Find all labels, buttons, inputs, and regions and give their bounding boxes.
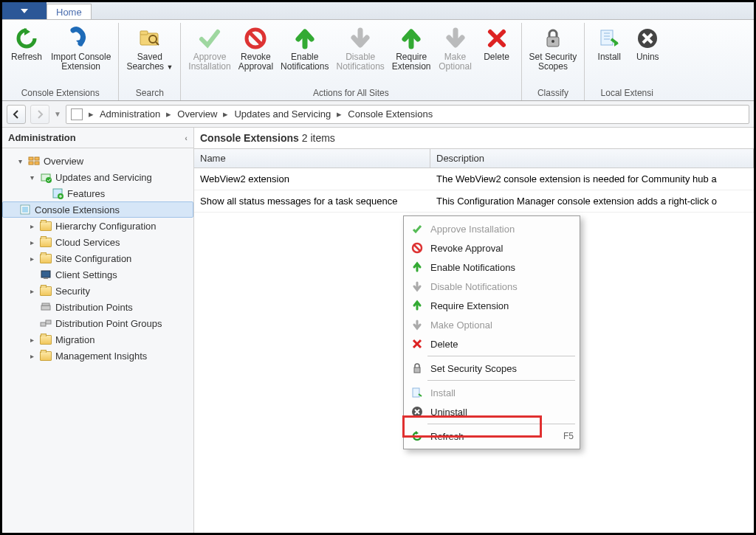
disable-notifications-button[interactable]: Disable Notifications (333, 23, 387, 73)
menu-item-label: Enable Notifications (430, 262, 574, 273)
expand-toggle[interactable]: ▾ (27, 173, 36, 182)
breadcrumb-updates[interactable]: Updates and Servicing (231, 108, 334, 120)
make-optional-button[interactable]: Make Optional (436, 23, 475, 73)
tree-node-label: Distribution Points (55, 302, 133, 313)
tree-node-label: Management Insights (55, 351, 147, 362)
sidebar-item-site-configuration[interactable]: ▸Site Configuration (2, 250, 193, 266)
expand-toggle[interactable]: ▸ (27, 352, 36, 360)
saved-searches-button[interactable]: Saved Searches ▼ (123, 23, 176, 74)
menu-item-label: Approve Installation (430, 224, 574, 235)
approve-installation-button[interactable]: Approve Installation (185, 23, 233, 73)
expand-toggle[interactable]: ▸ (27, 287, 36, 295)
breadcrumb-root-icon (71, 108, 83, 120)
nav-history-dropdown[interactable]: ▼ (54, 110, 61, 118)
delete-label: Delete (484, 52, 509, 62)
menu-item-set-security-scopes[interactable]: Set Security Scopes (405, 359, 578, 378)
import-console-extension-button[interactable]: Import Console Extension (48, 23, 114, 73)
title-bar: Home (2, 2, 754, 20)
nav-forward-button[interactable] (30, 105, 49, 124)
sidebar-item-client-settings[interactable]: Client Settings (2, 266, 193, 283)
uninstall-button[interactable]: Unins (630, 23, 664, 63)
nav-back-button[interactable] (7, 105, 26, 124)
uninstall-label: Unins (636, 52, 659, 62)
menu-item-enable-notifications[interactable]: Enable Notifications (405, 258, 578, 277)
col-description[interactable]: Description (430, 149, 754, 168)
sidebar-item-distribution-point-groups[interactable]: Distribution Point Groups (2, 315, 193, 331)
breadcrumb-console-extensions[interactable]: Console Extensions (345, 108, 436, 120)
menu-separator (427, 356, 575, 356)
lock-icon (410, 362, 425, 375)
col-name[interactable]: Name (194, 149, 430, 168)
sidebar-item-migration[interactable]: ▸Migration (2, 331, 193, 348)
tree-node-label: Client Settings (55, 269, 117, 280)
collapse-sidebar-icon[interactable]: ‹ (185, 134, 188, 142)
sidebar-item-security[interactable]: ▸Security (2, 283, 193, 299)
menu-item-make-optional: Make Optional (405, 315, 578, 334)
delete-button[interactable]: Delete (477, 23, 517, 63)
sidebar-item-overview[interactable]: ▾Overview (2, 153, 193, 169)
list-row[interactable]: WebView2 extension The WebView2 console … (194, 168, 754, 190)
scopes-label: Set Security Scopes (529, 52, 577, 72)
menu-separator (427, 424, 575, 424)
require-extension-button[interactable]: Require Extension (389, 23, 434, 73)
group-local-label: Local Extensi (601, 86, 653, 100)
breadcrumb-administration[interactable]: Administration (97, 108, 163, 120)
refresh-button[interactable]: Refresh (7, 23, 47, 63)
menu-item-revoke-approval[interactable]: Revoke Approval (405, 238, 578, 258)
tree-node-label: Cloud Services (55, 237, 120, 248)
expand-toggle[interactable]: ▸ (27, 238, 36, 246)
sidebar-item-cloud-services[interactable]: ▸Cloud Services (2, 234, 193, 250)
quick-access-toolbar[interactable] (2, 2, 47, 19)
cell-name: Show all status messages for a task sequ… (194, 193, 430, 209)
sidebar-item-distribution-points[interactable]: Distribution Points (2, 299, 193, 315)
x-red-icon (410, 337, 425, 351)
chevron-right-icon: ▸ (223, 108, 228, 120)
menu-shortcut: F5 (563, 431, 574, 441)
menu-item-label: Install (430, 387, 574, 398)
arrow-up-green-icon (410, 299, 425, 312)
expand-toggle[interactable]: ▸ (27, 255, 36, 263)
optional-label: Make Optional (439, 52, 472, 72)
sidebar-item-hierarchy-configuration[interactable]: ▸Hierarchy Configuration (2, 218, 193, 234)
menu-item-label: Uninstall (430, 407, 574, 418)
tree-node-label: Console Extensions (35, 204, 120, 215)
svg-line-27 (414, 245, 420, 251)
expand-toggle[interactable]: ▾ (16, 157, 24, 165)
sidebar-item-console-extensions[interactable]: Console Extensions (2, 201, 193, 218)
svg-line-5 (250, 32, 261, 44)
svg-rect-24 (41, 322, 46, 326)
import-label: Import Console Extension (51, 52, 111, 72)
tree-node-icon (51, 187, 64, 199)
menu-item-refresh[interactable]: RefreshF5 (405, 427, 578, 446)
revoke-approval-button[interactable]: Revoke Approval (236, 23, 276, 73)
ribbon: Refresh Import Console Extension Console… (2, 20, 754, 101)
chevron-right-icon: ▸ (166, 108, 171, 120)
prohibit-icon (241, 24, 269, 52)
expand-toggle[interactable]: ▸ (27, 336, 36, 344)
menu-item-delete[interactable]: Delete (405, 334, 578, 353)
sidebar-item-updates-and-servicing[interactable]: ▾Updates and Servicing (2, 169, 193, 185)
breadcrumb-overview[interactable]: Overview (174, 108, 220, 120)
sidebar-item-features[interactable]: Features (2, 185, 193, 201)
arrow-down-gray-icon (410, 280, 425, 293)
sidebar-item-management-insights[interactable]: ▸Management Insights (2, 348, 193, 364)
svg-rect-22 (41, 306, 50, 310)
expand-toggle[interactable]: ▸ (27, 222, 36, 230)
arrow-down-gray-icon (410, 318, 425, 331)
prohibit-icon (410, 241, 425, 255)
menu-item-require-extension[interactable]: Require Extension (405, 296, 578, 315)
svg-rect-13 (35, 162, 39, 165)
breadcrumb[interactable]: ▸ Administration ▸ Overview ▸ Updates an… (66, 105, 749, 124)
svg-rect-29 (413, 388, 419, 397)
tree-node-label: Features (67, 188, 105, 199)
menu-item-uninstall[interactable]: Uninstall (405, 402, 578, 421)
set-security-scopes-button[interactable]: Set Security Scopes (526, 23, 580, 73)
svg-rect-21 (44, 277, 48, 279)
list-row[interactable]: Show all status messages for a task sequ… (194, 190, 754, 213)
svg-rect-10 (29, 157, 33, 160)
tab-home[interactable]: Home (47, 4, 92, 19)
svg-rect-19 (22, 207, 28, 213)
enable-notifications-button[interactable]: Enable Notifications (278, 23, 331, 73)
install-button[interactable]: Install (589, 23, 629, 63)
approve-label: Approve Installation (188, 52, 230, 72)
